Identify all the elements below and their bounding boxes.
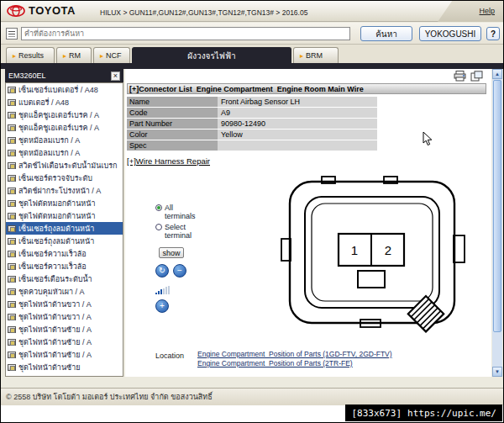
list-item[interactable]: ชุดแอ็คชูเอเตอร์เบรค / A [6, 108, 123, 121]
list-item[interactable]: ชุดไฟตัดหมอกด้านหน้า [6, 209, 123, 222]
radio-all-terminals[interactable]: All terminals [155, 204, 207, 220]
connector-icon [8, 352, 16, 358]
field-label: Part Number [127, 119, 218, 129]
list-item[interactable]: ชุดไฟหน้าด้านซ้าย / A [6, 336, 123, 348]
tab-rm[interactable]: ▸ RM [56, 47, 92, 63]
tab-wiring-diagram-active[interactable]: ผังวงจรไฟฟ้า [132, 47, 291, 63]
sidebar-title: EM3260EL [8, 71, 46, 80]
scroll-down-icon[interactable]: ▼ [492, 367, 502, 377]
list-item[interactable]: เซ็นเซอร์ตรวจจับระดับ [6, 172, 123, 184]
print-button[interactable] [454, 71, 466, 82]
search-button[interactable]: ค้นหา [360, 26, 412, 41]
search-input[interactable] [21, 27, 350, 40]
connector-icon [8, 99, 16, 106]
list-item[interactable]: ชุดไฟหน้าด้านซ้าย [6, 361, 123, 373]
location-link-1gd[interactable]: Engine Compartment Position of Parts (1G… [197, 350, 392, 359]
table-row: Name Front Airbag Sensor LH [127, 97, 377, 107]
vertical-scrollbar[interactable]: ▲ ▼ [492, 69, 502, 377]
list-item[interactable]: แบตเตอรี่ / A48 [6, 96, 123, 108]
list-item[interactable]: ชุดไฟหน้าด้านซ้าย / A [6, 323, 123, 336]
copyright-text: © 2558 บริษัท โตโยต้า มอเตอร์ ประเทศไทย … [6, 391, 213, 403]
list-item[interactable]: เซ็นเซอร์แบตเตอรี่ / A48 [6, 83, 123, 96]
zoom-in-icon[interactable]: + [155, 299, 169, 313]
field-label: Name [127, 97, 218, 107]
connector-icon [8, 213, 16, 219]
search-field-icon [6, 28, 18, 40]
show-button[interactable]: show [159, 247, 184, 258]
toyota-epc-window: TOYOTA HILUX > GUN11#,GUN12#,GUN13#,TGN1… [0, 0, 504, 423]
connector-icon [8, 339, 16, 346]
tab-label: BRM [306, 51, 323, 60]
tab-bar: ▸ Results ▸ RM ▸ NCF ผังวงจรไฟฟ้า ▸ BRM [1, 45, 503, 63]
terminal-1-label: 1 [351, 243, 358, 257]
field-label: Spec [127, 140, 218, 151]
list-item[interactable]: ชุดไฟตัดหมอกด้านหน้า [6, 197, 123, 209]
rotate-icon[interactable]: ↻ [155, 264, 169, 278]
open-window-button[interactable] [470, 71, 483, 82]
watermark-url: https://upic.me/ [407, 408, 496, 419]
list-item[interactable]: ชุดควบคุมหัวเผา / A [6, 285, 123, 298]
tab-label: ผังวงจรไฟฟ้า [187, 50, 235, 62]
connector-icon [8, 225, 16, 232]
connector-icon [8, 162, 16, 169]
status-bar: © 2558 บริษัท โตโยต้า มอเตอร์ ประเทศไทย … [1, 388, 503, 405]
list-item[interactable]: ชุดไฟหน้าด้านขวา / A [6, 310, 123, 323]
field-value: 90980-12490 [218, 119, 377, 129]
connector-icon [8, 200, 16, 207]
table-row: Code A9 [127, 108, 377, 118]
radio-select-terminal[interactable]: Select terminal [155, 223, 207, 240]
connector-icon [8, 301, 16, 308]
connector-list-header[interactable]: [+]Connector List Engine Compartment Eng… [127, 83, 486, 94]
main-panel: [+]Connector List Engine Compartment Eng… [125, 69, 491, 377]
connector-icon [8, 364, 16, 371]
connector-icon [8, 276, 16, 283]
connector-icon [8, 87, 16, 93]
list-item[interactable]: สวิตช์ไฟเตือนระดับน้ำมันเบรก [6, 159, 123, 172]
connector-icon [8, 150, 16, 156]
tab-results[interactable]: ▸ Results [6, 47, 55, 63]
sidebar-header: EM3260EL × [5, 69, 123, 82]
list-item[interactable]: ชุดแอ็คชูเอเตอร์เบรค / A [6, 121, 123, 134]
terminal-options: All terminals Select terminal [155, 204, 207, 242]
list-item[interactable]: สวิตช์ฝากระโปรงหน้า / A [6, 184, 123, 197]
tab-arrow-icon: ▸ [63, 52, 66, 60]
app-header: TOYOTA HILUX > GUN11#,GUN12#,GUN13#,TGN1… [1, 1, 503, 22]
connector-icon [8, 137, 16, 144]
list-item[interactable]: ชุดไฟหน้าด้านขวา / A [6, 298, 123, 310]
connector-icon [8, 188, 16, 194]
close-icon[interactable]: × [111, 71, 120, 81]
question-help-button[interactable]: ? [486, 27, 500, 40]
yokogushi-button[interactable]: YOKOGUSHI [419, 26, 481, 41]
list-item-selected[interactable]: เซ็นเซอร์ถุงลมด้านหน้า [6, 222, 123, 235]
radio-icon [155, 224, 162, 230]
component-list: เซ็นเซอร์แบตเตอรี่ / A48 แบตเตอรี่ / A48… [5, 82, 123, 377]
list-item[interactable]: เซ็นเซอร์ถุงลมด้านหน้า [6, 235, 123, 247]
field-value [218, 140, 377, 151]
zoom-out-icon[interactable]: − [173, 264, 186, 278]
field-value: A9 [218, 108, 377, 118]
list-item[interactable]: ชุดหม้อลมเบรก / A [6, 146, 123, 159]
tab-brm[interactable]: ▸ BRM [293, 47, 339, 63]
connector-icon [8, 326, 16, 333]
table-row: Spec [127, 140, 377, 151]
help-link[interactable]: Help [479, 7, 495, 15]
watermark-size: [833x673] [351, 408, 402, 419]
scroll-up-icon[interactable]: ▲ [492, 69, 502, 79]
list-item[interactable]: ชุดหม้อลมเบรก / A [6, 134, 123, 146]
list-item[interactable]: ชุดไฟหน้าด้านซ้าย / A [6, 348, 123, 361]
tab-ncf[interactable]: ▸ NCF [93, 47, 130, 63]
connector-icon [8, 238, 16, 245]
wire-harness-repair-link[interactable]: [+]Wire Harness Repair [127, 156, 210, 166]
connector-icon [8, 288, 16, 295]
scrollbar-thumb[interactable] [493, 80, 501, 332]
terminal-2-label: 2 [385, 243, 391, 257]
list-item[interactable]: เซ็นเซอร์ความเร็วล้อ [6, 247, 123, 260]
field-label: Code [127, 108, 218, 118]
tab-arrow-icon: ▸ [300, 52, 303, 60]
list-item[interactable]: เซ็นเซอร์เตือนระดับน้ำ [6, 272, 123, 285]
field-label: Color [127, 130, 218, 140]
location-link-2tr[interactable]: Engine Compartment Position of Parts (2T… [197, 359, 392, 368]
connector-info-table: Name Front Airbag Sensor LH Code A9 Part… [127, 97, 377, 151]
list-item[interactable]: เซ็นเซอร์ความเร็วล้อ [6, 260, 123, 272]
watermark: [833x673] https://upic.me/ [345, 404, 502, 421]
